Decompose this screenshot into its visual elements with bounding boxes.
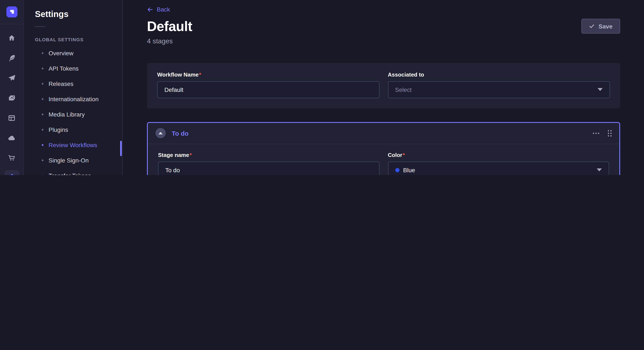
nav-media-pictures-icon[interactable] <box>4 90 20 105</box>
bullet-icon <box>42 68 44 69</box>
sidebar-item-label: Plugins <box>48 126 68 133</box>
stage-body: Stage name* To do Color* Blue Roles that… <box>148 144 619 175</box>
workflow-edit-page: Back Default 4 stages Save Workflow Name… <box>123 0 644 175</box>
strapi-logo[interactable] <box>6 6 17 17</box>
arrow-left-icon <box>147 6 153 12</box>
chevron-down-icon <box>598 88 603 91</box>
bullet-icon <box>42 83 44 85</box>
back-link[interactable]: Back <box>147 6 170 13</box>
back-label: Back <box>157 6 170 13</box>
workflow-form-card: Workflow Name* Default Associated to Sel… <box>147 63 620 108</box>
sidebar-section-label-global-settings: GLOBAL SETTINGS <box>35 37 116 42</box>
subnav-scrollbar-thumb[interactable] <box>120 141 122 156</box>
sidebar-item-releases[interactable]: Releases <box>42 76 116 91</box>
stage-name-label: Stage name* <box>158 152 379 158</box>
bullet-icon <box>42 160 44 161</box>
stage-header[interactable]: To do <box>148 123 619 144</box>
bullet-icon <box>42 114 44 115</box>
collapse-stage-button[interactable] <box>156 128 166 138</box>
nav-home-icon[interactable] <box>4 30 20 45</box>
sidebar-item-label: Transfer Tokens <box>48 172 91 175</box>
rail-divider <box>0 24 24 24</box>
associated-to-select[interactable]: Select <box>388 81 610 98</box>
bullet-icon <box>42 98 44 100</box>
sidebar-item-label: Overview <box>48 50 74 57</box>
subnav-title: Settings <box>35 9 116 19</box>
workflow-name-input[interactable]: Default <box>157 81 379 98</box>
bullet-icon <box>42 129 44 131</box>
strapi-settings-app: KD Settings GLOBAL SETTINGSOverviewAPI T… <box>0 0 644 175</box>
chevron-up-icon <box>158 132 163 134</box>
sidebar-item-label: API Tokens <box>48 65 78 72</box>
save-button[interactable]: Save <box>582 19 620 34</box>
nav-paper-plane-icon[interactable] <box>4 70 20 85</box>
bullet-icon <box>42 175 44 175</box>
sidebar-item-review-workflows[interactable]: Review Workflows <box>42 137 116 153</box>
rail-icon-nav <box>4 30 20 175</box>
sidebar-item-label: Review Workflows <box>48 142 97 149</box>
page-title: Default <box>147 18 620 34</box>
nav-cloud-icon[interactable] <box>4 130 20 146</box>
workflow-name-field: Workflow Name* Default <box>157 71 379 98</box>
stage-options-menu-icon[interactable] <box>593 131 599 136</box>
sidebar-item-plugins[interactable]: Plugins <box>42 122 116 137</box>
stage-name-field: Stage name* To do <box>158 152 379 175</box>
main-nav-rail: KD <box>0 0 24 175</box>
sidebar-item-api-tokens[interactable]: API Tokens <box>42 61 116 76</box>
stage-title: To do <box>172 130 188 137</box>
associated-to-label: Associated to <box>388 71 610 78</box>
bullet-icon <box>42 52 44 54</box>
sidebar-item-label: Single Sign-On <box>48 157 88 164</box>
bullet-icon <box>42 144 44 146</box>
color-swatch-blue <box>395 168 399 172</box>
sidebar-item-media-library[interactable]: Media Library <box>42 107 116 122</box>
check-icon <box>589 23 595 29</box>
sidebar-item-internationalization[interactable]: Internationalization <box>42 91 116 107</box>
stage-card-to-do: To do Stage name* To do Color* Blue <box>147 122 620 175</box>
subnav-title-divider <box>35 26 45 27</box>
required-asterisk: * <box>199 71 201 78</box>
required-asterisk: * <box>190 152 192 158</box>
stage-name-input[interactable]: To do <box>158 161 379 175</box>
drag-handle-icon[interactable] <box>608 130 612 136</box>
sidebar-item-single-sign-on[interactable]: Single Sign-On <box>42 153 116 168</box>
nav-feather-icon[interactable] <box>4 50 20 65</box>
strapi-logo-icon <box>8 8 15 15</box>
stage-actions <box>593 130 612 136</box>
nav-cart-icon[interactable] <box>4 150 20 166</box>
nav-layout-icon[interactable] <box>4 110 20 126</box>
associated-to-field: Associated to Select <box>388 71 610 98</box>
required-asterisk: * <box>403 152 405 158</box>
sidebar-item-label: Internationalization <box>48 96 98 103</box>
save-button-label: Save <box>599 23 612 29</box>
settings-subnav: Settings GLOBAL SETTINGSOverviewAPI Toke… <box>24 0 123 175</box>
sidebar-sections: GLOBAL SETTINGSOverviewAPI TokensRelease… <box>35 37 116 175</box>
stage-color-select[interactable]: Blue <box>388 161 609 175</box>
sidebar-item-overview[interactable]: Overview <box>42 45 116 61</box>
workflow-name-label: Workflow Name* <box>157 71 379 78</box>
stage-color-field: Color* Blue <box>388 152 609 175</box>
nav-settings-gear-icon[interactable] <box>4 170 20 175</box>
sidebar-item-label: Releases <box>48 80 74 87</box>
stage-color-label: Color* <box>388 152 609 158</box>
page-subtitle: 4 stages <box>147 37 620 45</box>
sidebar-item-transfer-tokens[interactable]: Transfer Tokens <box>42 168 116 175</box>
sidebar-item-label: Media Library <box>48 111 85 118</box>
chevron-down-icon <box>597 169 602 172</box>
